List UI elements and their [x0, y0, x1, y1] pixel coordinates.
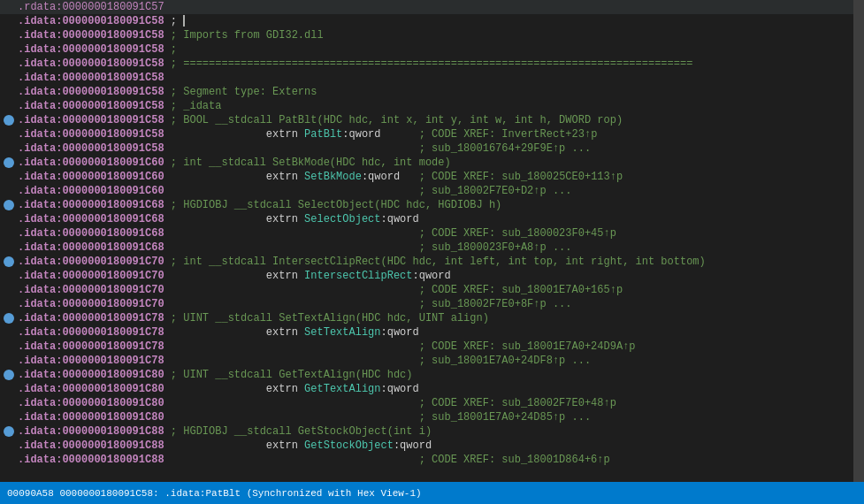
table-row: .idata:0000000180091C78 ; CODE XREF: sub… [0, 340, 864, 354]
address: .idata:0000000180091C58 [18, 142, 164, 155]
line-content: extrn GetStockObject:qword [164, 439, 432, 452]
table-row: .idata:0000000180091C58 ; Imports from G… [0, 28, 864, 42]
address: .idata:0000000180091C88 [18, 454, 164, 466]
breakpoint-bullet[interactable] [4, 157, 14, 168]
line-content: ; sub_18002F7E0+8F↑p ... [164, 298, 572, 310]
table-row: .idata:0000000180091C58 [0, 71, 864, 85]
breakpoint-bullet[interactable] [4, 370, 14, 380]
address: .idata:0000000180091C60 [18, 171, 164, 183]
line-content: ; CODE XREF: sub_18001E7A0+24D9A↑p [164, 340, 636, 353]
table-row: .idata:0000000180091C78 ; sub_18001E7A0+… [0, 354, 864, 368]
comment-text: ; sub_18002F7E0+D2↑p ... [164, 185, 572, 197]
line-content: extrn PatBlt:qword ; CODE XREF: InvertRe… [164, 128, 598, 141]
normal-text: :qword [381, 383, 419, 395]
address: .idata:0000000180091C78 [18, 340, 164, 353]
address: .idata:0000000180091C78 [18, 326, 164, 339]
address: .idata:0000000180091C80 [18, 369, 164, 381]
line-content: ; CODE XREF: sub_18001D864+6↑p [164, 454, 610, 466]
line-content: ; Imports from GDI32.dll [164, 29, 324, 42]
address: .idata:0000000180091C58 [18, 128, 164, 141]
address: .idata:0000000180091C80 [18, 397, 164, 409]
normal-text: :qword [413, 270, 451, 282]
normal-text: ; [164, 15, 184, 27]
line-content: ; sub_18001E7A0+24DF8↑p ... [164, 355, 591, 367]
normal-text: extrn [164, 326, 304, 339]
table-row: .idata:0000000180091C68 ; HGDIOBJ __stdc… [0, 198, 864, 212]
comment-text: ; sub_18001E7A0+24D85↑p ... [164, 411, 591, 424]
scrollbar[interactable] [853, 0, 864, 482]
breakpoint-bullet[interactable] [4, 200, 14, 210]
table-row: .idata:0000000180091C60 extrn SetBkMode:… [0, 170, 864, 184]
table-row: .rdata:0000000180091C57 [0, 0, 864, 14]
line-content: ; CODE XREF: sub_1800023F0+45↑p [164, 227, 616, 240]
comment-text: ; int __stdcall SetBkMode(HDC hdc, int m… [164, 157, 451, 169]
line-content: ; int __stdcall IntersectClipRect(HDC hd… [164, 256, 706, 268]
breakpoint-bullet[interactable] [4, 313, 14, 324]
comment-text: ; int __stdcall IntersectClipRect(HDC hd… [164, 256, 706, 268]
table-row: .idata:0000000180091C80 ; CODE XREF: sub… [0, 396, 864, 410]
comment-text: ; UINT __stdcall GetTextAlign(HDC hdc) [164, 369, 413, 381]
address: .idata:0000000180091C70 [18, 298, 164, 310]
comment-text: ; HGDIOBJ __stdcall GetStockObject(int i… [164, 425, 432, 438]
address: .idata:0000000180091C70 [18, 270, 164, 282]
address: .idata:0000000180091C58 [18, 15, 164, 27]
line-content: ; Segment type: Externs [164, 86, 317, 98]
line-content: ; sub_180016764+29F9E↑p ... [164, 142, 591, 155]
normal-text: :qword [342, 128, 418, 141]
table-row: .idata:0000000180091C88 ; HGDIOBJ __stdc… [0, 424, 864, 439]
table-row: .idata:0000000180091C58 extrn PatBlt:qwo… [0, 127, 864, 141]
comment-text: ; CODE XREF: sub_18002F7E0+48↑p [164, 397, 616, 409]
status-text: 00090A58 0000000180091C58: .idata:PatBlt… [7, 488, 422, 499]
line-content: ; UINT __stdcall GetTextAlign(HDC hdc) [164, 369, 413, 381]
comment-text: ; Imports from GDI32.dll [164, 29, 324, 42]
address: .idata:0000000180091C88 [18, 425, 164, 438]
normal-text: extrn [164, 128, 304, 141]
breakpoint-bullet[interactable] [4, 426, 14, 437]
comment-text: ; sub_1800023F0+A8↑p ... [164, 241, 572, 254]
normal-text: :qword [362, 171, 419, 183]
table-row: .idata:0000000180091C58 ; BOOL __stdcall… [0, 113, 864, 127]
status-bar: 00090A58 0000000180091C58: .idata:PatBlt… [0, 482, 864, 504]
address: .idata:0000000180091C68 [18, 199, 164, 211]
table-row: .idata:0000000180091C68 ; CODE XREF: sub… [0, 226, 864, 241]
line-content: extrn SetBkMode:qword ; CODE XREF: sub_1… [164, 171, 623, 183]
function-reference: PatBlt [304, 128, 342, 141]
table-row: .idata:0000000180091C78 extrn SetTextAli… [0, 325, 864, 340]
table-row: .idata:0000000180091C58 ; sub_180016764+… [0, 141, 864, 156]
table-row: .idata:0000000180091C60 ; int __stdcall … [0, 156, 864, 170]
address: .idata:0000000180091C58 [18, 72, 164, 84]
line-content: ; _idata [164, 100, 222, 112]
function-reference: SetBkMode [304, 171, 362, 183]
comment-text: ; sub_180016764+29F9E↑p ... [164, 142, 591, 155]
comment-text: ; Segment type: Externs [164, 86, 317, 98]
line-content: ; CODE XREF: sub_18002F7E0+48↑p [164, 397, 616, 409]
table-row: .idata:0000000180091C68 ; sub_1800023F0+… [0, 241, 864, 255]
table-row: .idata:0000000180091C68 extrn SelectObje… [0, 212, 864, 226]
line-content: ; CODE XREF: sub_18001E7A0+165↑p [164, 284, 623, 296]
address: .idata:0000000180091C70 [18, 256, 164, 268]
line-content: ; int __stdcall SetBkMode(HDC hdc, int m… [164, 157, 451, 169]
code-view[interactable]: .rdata:0000000180091C57.idata:0000000180… [0, 0, 864, 482]
address: .idata:0000000180091C68 [18, 227, 164, 240]
line-content: extrn SetTextAlign:qword [164, 326, 419, 339]
text-cursor [183, 15, 185, 27]
table-row: .idata:0000000180091C88 ; CODE XREF: sub… [0, 453, 864, 467]
address: .rdata:0000000180091C57 [18, 1, 164, 13]
comment-text: ; CODE XREF: sub_1800023F0+45↑p [164, 227, 616, 240]
function-reference: IntersectClipRect [304, 270, 412, 282]
breakpoint-bullet[interactable] [4, 115, 14, 126]
address: .idata:0000000180091C60 [18, 157, 164, 169]
comment-text: ; UINT __stdcall SetTextAlign(HDC hdc, U… [164, 312, 489, 325]
address: .idata:0000000180091C80 [18, 411, 164, 424]
table-row: .idata:0000000180091C88 extrn GetStockOb… [0, 439, 864, 453]
line-content: ; sub_18001E7A0+24D85↑p ... [164, 411, 591, 424]
comment-text: ; sub_18001E7A0+24DF8↑p ... [164, 355, 591, 367]
address: .idata:0000000180091C78 [18, 355, 164, 367]
normal-text: :qword [381, 213, 419, 225]
table-row: .idata:0000000180091C60 ; sub_18002F7E0+… [0, 184, 864, 198]
address: .idata:0000000180091C68 [18, 213, 164, 225]
comment-text: ; [164, 43, 177, 56]
line-content: ; BOOL __stdcall PatBlt(HDC hdc, int x, … [164, 114, 623, 126]
breakpoint-bullet[interactable] [4, 256, 14, 267]
address: .idata:0000000180091C58 [18, 57, 164, 70]
